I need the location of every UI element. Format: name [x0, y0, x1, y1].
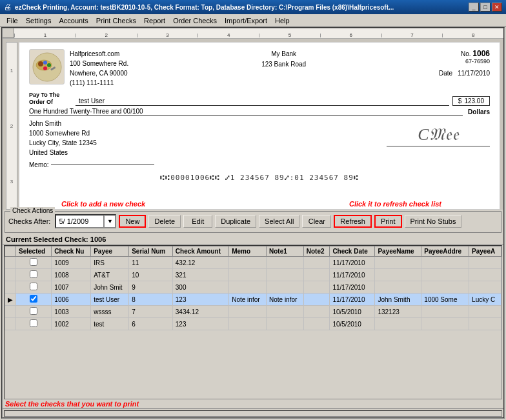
- col-check-num: Check Nu: [52, 246, 91, 257]
- row-arrow: [5, 318, 16, 330]
- table-cell: 1000 Some: [421, 294, 469, 306]
- close-button[interactable]: ✕: [492, 3, 502, 12]
- col-payee-addr: PayeeAddre: [421, 246, 469, 257]
- table-cell: test User: [91, 294, 129, 306]
- ruler-mark-6: 6: [320, 34, 381, 37]
- addr-line4: United States: [29, 148, 97, 157]
- refresh-button[interactable]: Refresh: [334, 215, 372, 228]
- table-row[interactable]: 1003wssss73434.1210/5/2010132123: [5, 306, 501, 318]
- table-cell: 6: [129, 318, 173, 330]
- maximize-button[interactable]: □: [480, 3, 491, 12]
- ruler: 1 2 3 4 5 6 7 8: [3, 28, 503, 39]
- table-cell: [421, 306, 469, 318]
- row-checkbox-cell: [16, 257, 52, 269]
- menu-file[interactable]: File: [3, 15, 22, 26]
- menu-order-checks[interactable]: Order Checks: [169, 15, 221, 26]
- row-checkbox[interactable]: [30, 307, 37, 315]
- company-addr2: Nowhere, CA 90000: [70, 68, 128, 78]
- delete-button[interactable]: Delete: [148, 215, 181, 228]
- date-input[interactable]: 5/ 1/2009: [56, 215, 104, 228]
- date-value: 11/17/2010: [458, 70, 490, 77]
- checks-after-label: Checks After:: [8, 217, 50, 225]
- row-arrow: [5, 281, 16, 294]
- ruler-mark-3: 3: [137, 34, 198, 37]
- print-no-stubs-button[interactable]: Print No Stubs: [405, 215, 462, 228]
- clear-button[interactable]: Clear: [302, 215, 331, 228]
- table-cell: [421, 269, 469, 281]
- row-checkbox[interactable]: [30, 283, 37, 290]
- table-cell: [469, 281, 501, 294]
- table-cell: 11/17/2010: [330, 269, 375, 281]
- table-cell: test: [91, 318, 129, 330]
- table-cell: [229, 257, 267, 269]
- table-cell: 1003: [52, 306, 91, 318]
- check-paper: Halfpricesoft.com 100 Somewhere Rd. Nowh…: [19, 42, 500, 210]
- check-amount-display: 123.00: [464, 97, 484, 105]
- memo-underline: [51, 165, 154, 165]
- table-cell: 11/17/2010: [330, 257, 375, 269]
- table-row[interactable]: ▶1006test User8123Note inforNote infor11…: [5, 294, 501, 306]
- bank-info: My Bank 123 Bank Road: [261, 49, 306, 70]
- menu-help[interactable]: Help: [271, 15, 294, 26]
- new-button[interactable]: New: [119, 215, 146, 228]
- minimize-button[interactable]: _: [469, 3, 479, 12]
- row-checkbox[interactable]: [30, 319, 37, 327]
- table-cell: 11/17/2010: [330, 294, 375, 306]
- bank-name: My Bank: [261, 49, 306, 59]
- row-checkbox[interactable]: [30, 295, 37, 303]
- row-checkbox[interactable]: [30, 270, 37, 278]
- svg-point-2: [38, 61, 43, 66]
- ruler-strip: 1 2 3 4 5 6 7 8: [14, 28, 503, 38]
- amount-words: One Hundred Twenty-Three and 00/100: [29, 108, 463, 116]
- left-ruler: 1 2 3: [6, 42, 17, 210]
- check-header: Halfpricesoft.com 100 Somewhere Rd. Nowh…: [29, 49, 490, 88]
- check-table: Selected Check Nu Payee Serial Num Check…: [5, 246, 501, 330]
- check-number-area: No. 1006 67-76590 Date 11/17/2010: [439, 49, 490, 77]
- table-row[interactable]: 1009IRS11432.1211/17/2010: [5, 257, 501, 269]
- print-button[interactable]: Print: [374, 215, 402, 228]
- signature-line: [387, 146, 490, 146]
- date-picker: 5/ 1/2009 ▼: [55, 214, 116, 228]
- table-cell: [421, 257, 469, 269]
- menu-report[interactable]: Report: [140, 15, 169, 26]
- menu-import-export[interactable]: Import/Export: [221, 15, 271, 26]
- duplicate-button[interactable]: Duplicate: [215, 215, 256, 228]
- table-cell: [303, 269, 330, 281]
- col-amount: Check Amount: [172, 246, 228, 257]
- table-cell: [267, 281, 304, 294]
- window-title: ezCheck Printing, Account: testBK2010-10…: [15, 4, 469, 11]
- horizontal-scrollbar[interactable]: [4, 410, 502, 417]
- menu-bar: File Settings Accounts Print Checks Repo…: [0, 14, 506, 27]
- title-bar: 🖨 ezCheck Printing, Account: testBK2010-…: [0, 0, 506, 14]
- pay-to-label: Pay To TheOrder Of: [29, 92, 76, 106]
- actions-row: Checks After: 5/ 1/2009 ▼ New Delete Edi…: [8, 213, 498, 230]
- date-dropdown-button[interactable]: ▼: [104, 215, 116, 228]
- dollars-label: Dollars: [468, 108, 490, 116]
- edit-button[interactable]: Edit: [183, 215, 212, 228]
- table-cell: 9: [129, 281, 173, 294]
- row-checkbox[interactable]: [30, 258, 37, 266]
- check-display-area: 1 2 3: [3, 39, 503, 210]
- menu-accounts[interactable]: Accounts: [55, 15, 92, 26]
- col-date: Check Date: [330, 246, 375, 257]
- pay-to-line: Pay To TheOrder Of test User $ 123.00: [29, 92, 490, 106]
- table-cell: [229, 269, 267, 281]
- table-cell: [229, 318, 267, 330]
- table-row[interactable]: 1007John Smit930011/17/2010: [5, 281, 501, 294]
- row-checkbox-cell: [16, 294, 52, 306]
- bank-addr: 123 Bank Road: [261, 59, 306, 70]
- table-cell: Note infor: [267, 294, 304, 306]
- select-all-button[interactable]: Select All: [259, 215, 299, 228]
- table-cell: 1009: [52, 257, 91, 269]
- check-table-container[interactable]: Selected Check Nu Payee Serial Num Check…: [4, 245, 502, 399]
- row-checkbox-cell: [16, 269, 52, 281]
- ruler-mark-5: 5: [259, 34, 320, 37]
- addr-line1: John Smith: [29, 119, 97, 128]
- table-cell: [303, 294, 330, 306]
- table-row[interactable]: 1002test612310/5/2010: [5, 318, 501, 330]
- menu-print-checks[interactable]: Print Checks: [92, 15, 140, 26]
- menu-settings[interactable]: Settings: [22, 15, 56, 26]
- row-checkbox-cell: [16, 318, 52, 330]
- table-row[interactable]: 1008AT&T1032111/17/2010: [5, 269, 501, 281]
- table-cell: 1007: [52, 281, 91, 294]
